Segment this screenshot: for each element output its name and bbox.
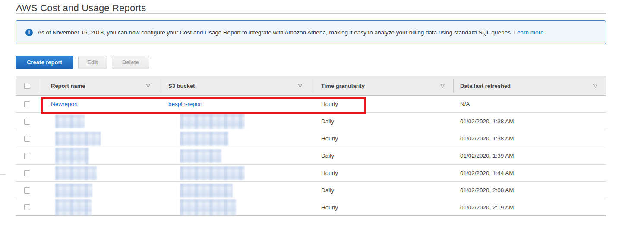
redacted-s3-bucket xyxy=(180,199,236,215)
granularity-cell: Hourly xyxy=(311,165,453,181)
redacted-report-name xyxy=(55,166,97,180)
athena-info-banner: i As of November 15, 2018, you can now c… xyxy=(16,20,606,44)
sort-dropdown-icon[interactable]: ▽ xyxy=(298,84,302,88)
report-name-cell: Newreport xyxy=(39,96,159,112)
granularity-cell: Daily xyxy=(311,147,453,164)
s3-bucket-cell xyxy=(159,147,311,164)
column-header-data-last-refreshed[interactable]: Data last refreshed ▽ xyxy=(453,76,606,95)
redacted-report-name xyxy=(55,184,92,197)
table-row: Daily 01/02/2020, 1:38 AM xyxy=(16,113,606,130)
s3-bucket-cell xyxy=(159,130,311,147)
column-separator xyxy=(453,79,454,92)
header-select-all xyxy=(16,76,39,95)
table-row: Daily 01/02/2020, 2:08 AM xyxy=(16,182,606,199)
row-checkbox[interactable] xyxy=(24,136,30,142)
refreshed-cell: 01/02/2020, 1:38 AM xyxy=(453,113,606,130)
column-separator xyxy=(39,79,39,92)
row-select-cell xyxy=(16,199,39,215)
granularity-cell: Hourly xyxy=(311,130,453,147)
edit-button[interactable]: Edit xyxy=(78,56,107,69)
table-header-row: Report name ▽ S3 bucket ▽ Time granulari… xyxy=(16,76,606,96)
row-checkbox[interactable] xyxy=(24,187,30,194)
report-name-cell xyxy=(39,182,159,199)
column-label: Data last refreshed xyxy=(460,83,511,89)
granularity-cell: Daily xyxy=(311,182,453,199)
column-separator xyxy=(311,79,311,92)
reports-table: Report name ▽ S3 bucket ▽ Time granulari… xyxy=(16,76,606,216)
report-name-cell xyxy=(39,113,159,130)
s3-bucket-cell: bespin-report xyxy=(159,96,311,112)
refreshed-cell: 01/02/2020, 2:08 AM xyxy=(453,182,606,199)
row-checkbox[interactable] xyxy=(24,153,30,159)
page-title: AWS Cost and Usage Reports xyxy=(16,3,146,14)
row-select-cell xyxy=(16,165,39,181)
redacted-s3-bucket xyxy=(180,184,233,197)
row-select-cell xyxy=(16,147,39,164)
table-row: Hourly 01/02/2020, 2:19 AM xyxy=(16,199,606,216)
create-report-button[interactable]: Create report xyxy=(16,56,73,69)
learn-more-link[interactable]: Learn more xyxy=(514,29,543,36)
granularity-cell: Daily xyxy=(311,113,453,130)
s3-bucket-cell xyxy=(159,182,311,199)
banner-message: As of November 15, 2018, you can now con… xyxy=(38,29,512,36)
s3-bucket-cell xyxy=(159,199,311,215)
row-select-cell xyxy=(16,130,39,147)
select-all-checkbox[interactable] xyxy=(24,83,30,89)
granularity-cell: Hourly xyxy=(311,96,453,112)
column-header-s3-bucket[interactable]: S3 bucket ▽ xyxy=(159,76,311,95)
column-header-report-name[interactable]: Report name ▽ xyxy=(39,76,159,95)
banner-text: As of November 15, 2018, you can now con… xyxy=(38,29,543,36)
row-checkbox[interactable] xyxy=(24,204,30,210)
refreshed-cell: 01/02/2020, 1:38 AM xyxy=(453,130,606,147)
redacted-s3-bucket xyxy=(180,114,245,129)
row-select-cell xyxy=(16,96,39,112)
row-checkbox[interactable] xyxy=(24,170,30,176)
refreshed-cell: N/A xyxy=(453,96,606,112)
refreshed-cell: 01/02/2020, 2:19 AM xyxy=(453,199,606,215)
s3-bucket-cell xyxy=(159,113,311,130)
redacted-report-name xyxy=(55,132,101,146)
delete-button[interactable]: Delete xyxy=(112,56,149,69)
title-divider xyxy=(16,13,606,14)
table-row: Hourly 01/02/2020, 1:44 AM xyxy=(16,165,606,182)
row-checkbox[interactable] xyxy=(24,119,30,125)
s3-bucket-cell xyxy=(159,165,311,181)
sort-dropdown-icon[interactable]: ▽ xyxy=(441,84,445,88)
redacted-report-name xyxy=(55,148,89,164)
info-icon: i xyxy=(25,29,33,36)
table-row: Hourly 01/02/2020, 1:38 AM xyxy=(16,130,606,147)
column-label: Report name xyxy=(51,83,85,89)
table-row: Daily 01/02/2020, 1:39 AM xyxy=(16,147,606,165)
redacted-s3-bucket xyxy=(180,166,245,180)
s3-bucket-link[interactable]: bespin-report xyxy=(168,101,203,107)
edge-artifact-line xyxy=(0,174,6,175)
row-select-cell xyxy=(16,113,39,130)
sort-dropdown-icon[interactable]: ▽ xyxy=(593,84,597,88)
redacted-report-name xyxy=(55,199,92,215)
redacted-s3-bucket xyxy=(180,149,221,163)
row-select-cell xyxy=(16,182,39,199)
report-name-cell xyxy=(39,165,159,181)
sort-dropdown-icon[interactable]: ▽ xyxy=(146,84,150,88)
row-checkbox[interactable] xyxy=(24,101,30,107)
report-name-cell xyxy=(39,130,159,147)
column-label: S3 bucket xyxy=(168,83,195,89)
granularity-cell: Hourly xyxy=(311,199,453,215)
toolbar: Create report Edit Delete xyxy=(16,56,149,69)
column-header-time-granularity[interactable]: Time granularity ▽ xyxy=(311,76,453,95)
report-name-cell xyxy=(39,147,159,164)
redacted-s3-bucket xyxy=(180,132,228,146)
report-name-cell xyxy=(39,199,159,215)
table-row: Newreport bespin-report Hourly N/A xyxy=(16,96,606,113)
column-label: Time granularity xyxy=(321,83,365,89)
column-separator xyxy=(159,79,159,92)
refreshed-cell: 01/02/2020, 1:44 AM xyxy=(453,165,606,181)
redacted-report-name xyxy=(55,115,85,128)
refreshed-cell: 01/02/2020, 1:39 AM xyxy=(453,147,606,164)
report-name-link[interactable]: Newreport xyxy=(51,101,78,107)
